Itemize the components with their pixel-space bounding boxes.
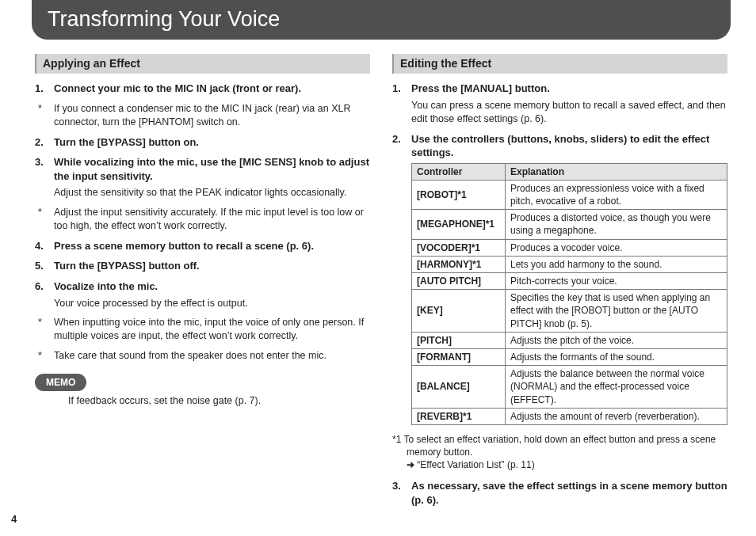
editing-effect-heading: Editing the Effect [392, 54, 727, 74]
step-6-head: Vocalize into the mic. [54, 279, 370, 294]
ctl-name: [BALANCE] [412, 366, 506, 409]
step-3-note: Adjust the input sensitivity accurately.… [35, 206, 370, 233]
step-6-note-1: When inputting voice into the mic, input… [35, 316, 370, 343]
editing-steps-list-3: As necessary, save the effect settings i… [392, 479, 727, 507]
step-3: While vocalizing into the mic, use the [… [35, 155, 370, 200]
applying-steps-list-3: Press a scene memory button to recall a … [35, 239, 370, 310]
ctl-name: [HARMONY]*1 [412, 256, 506, 272]
step-6-note-2: Take care that sound from the speaker do… [35, 349, 370, 363]
ctl-name: [MEGAPHONE]*1 [412, 210, 506, 239]
edit-step-3: As necessary, save the effect settings i… [392, 479, 727, 507]
th-controller: Controller [412, 163, 506, 180]
ctl-desc: Produces an expressionless voice with a … [506, 180, 727, 209]
note-text: If you connect a condenser mic to the MI… [54, 103, 350, 127]
ctl-desc: Adjusts the pitch of the voice. [506, 332, 727, 348]
reference-link: ➜ “Effect Variation List” (p. 11) [392, 458, 727, 471]
left-column: Applying an Effect Connect your mic to t… [35, 54, 370, 513]
ctl-desc: Specifies the key that is used when appl… [506, 290, 727, 333]
ctl-name: [ROBOT]*1 [412, 180, 506, 209]
ctl-name: [FORMANT] [412, 348, 506, 365]
table-row: [REVERB]*1Adjusts the amount of reverb (… [412, 408, 727, 424]
step-6-body: Your voice processed by the effect is ou… [54, 297, 370, 310]
table-row: [FORMANT]Adjusts the formants of the sou… [412, 348, 727, 365]
right-column: Editing the Effect Press the [MANUAL] bu… [392, 54, 727, 513]
step-3-body: Adjust the sensitivity so that the PEAK … [54, 186, 370, 200]
content-columns: Applying an Effect Connect your mic to t… [35, 54, 727, 513]
ctl-name: [KEY] [412, 290, 506, 333]
editing-steps-list: Press the [MANUAL] button. You can press… [392, 82, 727, 425]
table-row: [KEY]Specifies the key that is used when… [412, 290, 727, 333]
table-row: [BALANCE]Adjusts the balance between the… [412, 366, 727, 409]
step-5-head: Turn the [BYPASS] button off. [54, 259, 370, 273]
edit-step-1-body: You can press a scene memory button to r… [411, 99, 727, 126]
table-row: [VOCODER]*1Produces a vocoder voice. [412, 239, 727, 256]
step-4: Press a scene memory button to recall a … [35, 239, 370, 253]
table-row: [PITCH]Adjusts the pitch of the voice. [412, 332, 727, 348]
edit-step-2: Use the controllers (buttons, knobs, sli… [392, 132, 727, 425]
page-number: 4 [11, 512, 17, 526]
note-text: When inputting voice into the mic, input… [54, 317, 364, 341]
edit-step-2-head: Use the controllers (buttons, knobs, sli… [411, 132, 727, 160]
ctl-desc: Pitch-corrects your voice. [506, 273, 727, 290]
step-2: Turn the [BYPASS] button on. [35, 135, 370, 150]
arrow-icon: ➜ [407, 459, 414, 470]
note-text: Take care that sound from the speaker do… [54, 350, 326, 361]
edit-step-1: Press the [MANUAL] button. You can press… [392, 82, 727, 125]
step-6: Vocalize into the mic. Your voice proces… [35, 279, 370, 310]
ctl-desc: Lets you add harmony to the sound. [506, 256, 727, 272]
controller-table: Controller Explanation [ROBOT]*1Produces… [411, 163, 727, 425]
note-text: Adjust the input sensitivity accurately.… [54, 207, 364, 231]
memo-badge: MEMO [35, 374, 86, 391]
ctl-name: [REVERB]*1 [412, 408, 506, 424]
applying-effect-heading: Applying an Effect [35, 54, 370, 74]
table-row: [MEGAPHONE]*1Produces a distorted voice,… [412, 210, 727, 239]
applying-steps-list: Connect your mic to the MIC IN jack (fro… [35, 82, 370, 96]
th-explanation: Explanation [506, 163, 727, 180]
table-header-row: Controller Explanation [412, 163, 727, 180]
ctl-desc: Adjusts the balance between the normal v… [506, 366, 727, 409]
step-2-head: Turn the [BYPASS] button on. [54, 135, 370, 150]
page-title: Transforming Your Voice [32, 0, 731, 40]
step-3-head: While vocalizing into the mic, use the [… [54, 155, 370, 183]
memo-text: If feedback occurs, set the noise gate (… [35, 394, 370, 408]
edit-step-3-head: As necessary, save the effect settings i… [411, 479, 727, 507]
ctl-name: [AUTO PITCH] [412, 273, 506, 290]
footnote: *1 To select an effect variation, hold d… [392, 433, 727, 458]
table-row: [HARMONY]*1Lets you add harmony to the s… [412, 256, 727, 272]
ctl-desc: Produces a vocoder voice. [506, 239, 727, 256]
page: Transforming Your Voice Applying an Effe… [0, 0, 756, 514]
step-1-head: Connect your mic to the MIC IN jack (fro… [54, 82, 370, 96]
ctl-name: [PITCH] [412, 332, 506, 348]
step-1-note: If you connect a condenser mic to the MI… [35, 102, 370, 129]
edit-step-1-head: Press the [MANUAL] button. [411, 82, 727, 96]
step-5: Turn the [BYPASS] button off. [35, 259, 370, 273]
ctl-name: [VOCODER]*1 [412, 239, 506, 256]
step-1: Connect your mic to the MIC IN jack (fro… [35, 82, 370, 96]
applying-steps-list-2: Turn the [BYPASS] button on. While vocal… [35, 135, 370, 200]
table-row: [ROBOT]*1Produces an expressionless voic… [412, 180, 727, 209]
table-row: [AUTO PITCH]Pitch-corrects your voice. [412, 273, 727, 290]
reference-text: “Effect Variation List” (p. 11) [417, 459, 534, 470]
ctl-desc: Adjusts the formants of the sound. [506, 348, 727, 365]
ctl-desc: Adjusts the amount of reverb (reverberat… [506, 408, 727, 424]
ctl-desc: Produces a distorted voice, as though yo… [506, 210, 727, 239]
step-4-head: Press a scene memory button to recall a … [54, 239, 370, 253]
